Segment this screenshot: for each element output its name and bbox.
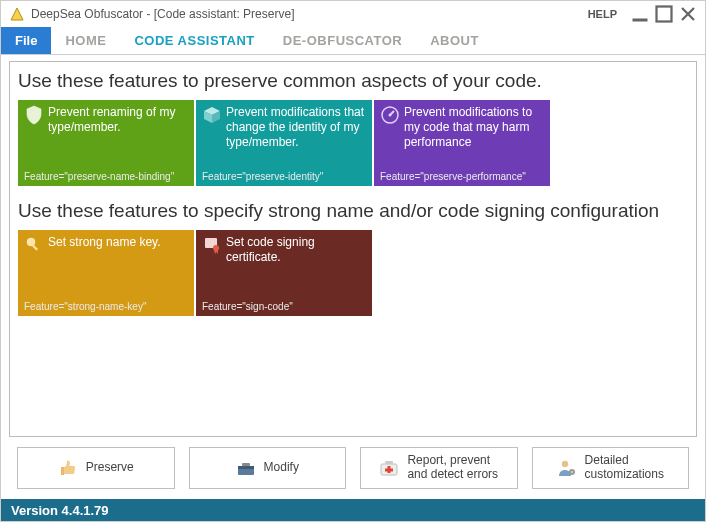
- tile-sign-code[interactable]: Set code signing certificate. Feature="s…: [196, 230, 372, 316]
- close-button[interactable]: [679, 5, 697, 23]
- section-heading-signing: Use these features to specify strong nam…: [18, 200, 688, 222]
- svg-rect-16: [238, 466, 254, 469]
- menu-de-obfuscator[interactable]: DE-OBFUSCATOR: [269, 27, 416, 54]
- menu-file[interactable]: File: [1, 27, 51, 54]
- tile-title: Set strong name key.: [48, 235, 161, 255]
- button-label: Detailed customizations: [585, 454, 664, 482]
- button-preserve[interactable]: Preserve: [17, 447, 175, 489]
- content-area: Use these features to preserve common as…: [1, 55, 705, 499]
- menu-code-assistant[interactable]: CODE ASSISTANT: [120, 27, 268, 54]
- svg-marker-0: [11, 8, 23, 20]
- version-label: Version 4.4.1.79: [11, 503, 109, 518]
- user-gear-icon: [557, 458, 577, 478]
- section-heading-preserve: Use these features to preserve common as…: [18, 70, 688, 92]
- firstaid-icon: [379, 458, 399, 478]
- svg-rect-17: [242, 463, 250, 466]
- tile-title: Prevent renaming of my type/member.: [48, 105, 188, 135]
- minimize-button[interactable]: [631, 5, 649, 23]
- maximize-button[interactable]: [655, 5, 673, 23]
- tile-preserve-name-binding[interactable]: Prevent renaming of my type/member. Feat…: [18, 100, 194, 186]
- tile-footer: Feature="preserve-identity": [202, 171, 323, 182]
- tile-footer: Feature="strong-name-key": [24, 301, 146, 312]
- shield-icon: [24, 105, 44, 125]
- button-label: Preserve: [86, 461, 134, 475]
- tile-title: Prevent modifications that change the id…: [226, 105, 366, 150]
- menu-about[interactable]: ABOUT: [416, 27, 493, 54]
- tile-title: Prevent modifications to my code that ma…: [404, 105, 544, 150]
- svg-point-22: [561, 461, 567, 467]
- thumbs-up-icon: [58, 458, 78, 478]
- titlebar: DeepSea Obfuscator - [Code assistant: Pr…: [1, 1, 705, 27]
- tile-row-preserve: Prevent renaming of my type/member. Feat…: [18, 100, 688, 186]
- window-title: DeepSea Obfuscator - [Code assistant: Pr…: [31, 7, 574, 21]
- tile-footer: Feature="preserve-performance": [380, 171, 526, 182]
- content-panel: Use these features to preserve common as…: [9, 61, 697, 437]
- svg-rect-20: [385, 469, 393, 472]
- help-button[interactable]: HELP: [580, 8, 625, 20]
- status-bar: Version 4.4.1.79: [1, 499, 705, 521]
- cube-icon: [202, 105, 222, 125]
- button-label: Modify: [264, 461, 299, 475]
- gauge-icon: [380, 105, 400, 125]
- tile-strong-name-key[interactable]: Set strong name key. Feature="strong-nam…: [18, 230, 194, 316]
- svg-rect-1: [633, 19, 648, 22]
- menu-home[interactable]: HOME: [51, 27, 120, 54]
- app-icon: [9, 6, 25, 22]
- button-detailed-customizations[interactable]: Detailed customizations: [532, 447, 690, 489]
- tile-footer: Feature="preserve-name-binding": [24, 171, 174, 182]
- key-icon: [24, 235, 44, 255]
- tile-preserve-identity[interactable]: Prevent modifications that change the id…: [196, 100, 372, 186]
- svg-rect-2: [657, 7, 672, 22]
- svg-rect-12: [31, 244, 38, 251]
- tile-footer: Feature="sign-code": [202, 301, 293, 312]
- tile-row-signing: Set strong name key. Feature="strong-nam…: [18, 230, 688, 316]
- tile-preserve-performance[interactable]: Prevent modifications to my code that ma…: [374, 100, 550, 186]
- button-modify[interactable]: Modify: [189, 447, 347, 489]
- main-menu: File HOME CODE ASSISTANT DE-OBFUSCATOR A…: [1, 27, 705, 55]
- button-report-errors[interactable]: Report, prevent and detect errors: [360, 447, 518, 489]
- certificate-icon: [202, 235, 222, 255]
- svg-point-24: [571, 471, 573, 473]
- svg-rect-21: [385, 461, 393, 464]
- svg-point-10: [389, 114, 392, 117]
- tile-title: Set code signing certificate.: [226, 235, 366, 265]
- button-label: Report, prevent and detect errors: [407, 454, 498, 482]
- bottom-button-bar: Preserve Modify Report, prevent and dete…: [9, 437, 697, 499]
- toolbox-icon: [236, 458, 256, 478]
